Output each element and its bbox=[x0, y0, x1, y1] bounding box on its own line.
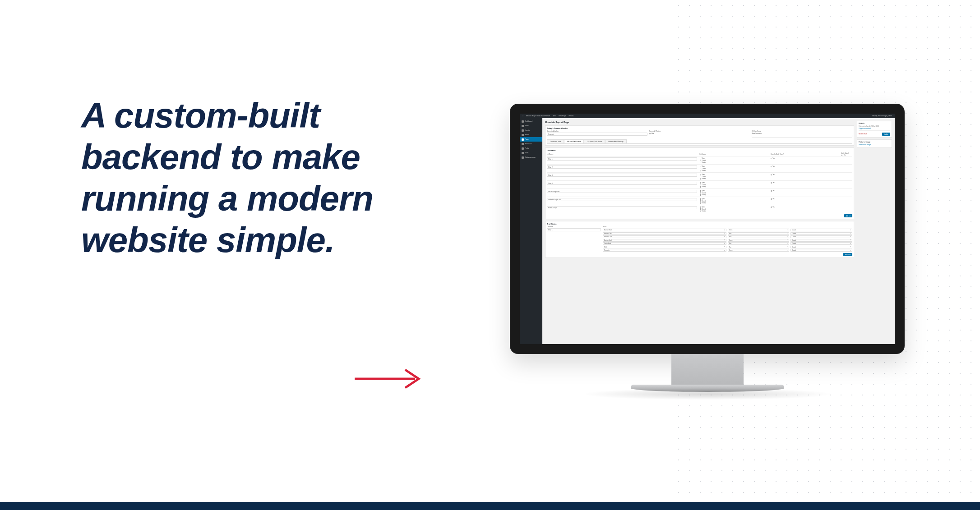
trail-diff-select[interactable]: Green bbox=[728, 249, 790, 252]
trail-row: Bomber BowlGreenClosed bbox=[603, 229, 852, 231]
lift-name-input[interactable]: Wee Peak Rope Tow bbox=[547, 198, 697, 201]
lift-name-input[interactable]: Chair 2 bbox=[547, 165, 697, 169]
status-radio[interactable]: Open bbox=[700, 182, 768, 184]
lift-name-input[interactable]: Chair 3 bbox=[547, 174, 697, 177]
trail-diff-select[interactable]: Blue bbox=[728, 232, 790, 235]
trash-link[interactable]: Move to Trash bbox=[859, 133, 867, 135]
status-radio[interactable]: Open bbox=[700, 165, 768, 167]
add-trail-button[interactable]: Add Trail bbox=[843, 253, 852, 256]
lift-title: Lift Status bbox=[547, 149, 852, 152]
trail-name-select[interactable]: Bomber Chute bbox=[603, 235, 726, 238]
trail-status-select[interactable]: Closed bbox=[790, 235, 852, 238]
admin-bar-events[interactable]: Events bbox=[569, 115, 574, 117]
book-radio[interactable]: Yes bbox=[771, 165, 852, 167]
admin-bar-new[interactable]: New bbox=[553, 115, 556, 117]
status-radio[interactable]: Closed bbox=[700, 160, 768, 161]
status-radio[interactable]: Standby bbox=[700, 178, 768, 179]
trail-status-select[interactable]: Closed bbox=[790, 249, 852, 252]
tab-conditions-table[interactable]: Conditions Table bbox=[547, 139, 564, 143]
trail-status-select[interactable]: Closed bbox=[790, 239, 852, 242]
copy-draft-link[interactable]: Copy to a new draft bbox=[859, 128, 890, 129]
book-radio[interactable]: Yes bbox=[771, 206, 852, 208]
trail-name-select[interactable]: Castle Peak bbox=[603, 242, 726, 245]
status-radio[interactable]: Open bbox=[700, 190, 768, 192]
radio-label: Standby bbox=[702, 170, 706, 171]
lift-name-input[interactable]: Ski Lift/Village Tow bbox=[547, 190, 697, 193]
sidebar-item-posts[interactable]: Posts bbox=[520, 124, 542, 128]
trail-diff-select[interactable]: Green bbox=[728, 229, 790, 231]
status-radio[interactable]: Standby bbox=[700, 194, 768, 196]
radio-label: Closed bbox=[702, 192, 706, 194]
base-input[interactable] bbox=[752, 135, 852, 138]
status-radio[interactable]: Standby bbox=[700, 186, 768, 188]
trail-name-select[interactable]: Bomber Cliffs bbox=[603, 232, 726, 235]
radio-label: Open bbox=[702, 165, 705, 167]
trail-diff-select[interactable]: Green bbox=[728, 239, 790, 242]
status-radio[interactable]: Open bbox=[700, 198, 768, 200]
status-radio[interactable]: Open bbox=[700, 157, 768, 159]
site-title[interactable]: Mission Ridge Ski & Board Resort bbox=[526, 115, 550, 117]
tab-website-alert-message[interactable]: Website Alert Message bbox=[605, 139, 627, 143]
trail-lift-input[interactable]: Chair 1 bbox=[547, 228, 601, 231]
status-radio[interactable]: Standby bbox=[700, 170, 768, 171]
set-featured-link[interactable]: Set featured image bbox=[859, 144, 890, 146]
status-radio[interactable]: Standby bbox=[700, 202, 768, 204]
sidebar-item-events[interactable]: Events bbox=[520, 128, 542, 133]
trail-status-select[interactable]: Closed bbox=[790, 229, 852, 231]
status-radio[interactable]: Standby bbox=[700, 161, 768, 163]
radio-icon bbox=[700, 160, 701, 161]
menu-label: Snowcast bbox=[525, 143, 532, 145]
lift-name-input[interactable]: Kiddies Carpet bbox=[547, 206, 697, 209]
status-radio[interactable]: Closed bbox=[700, 208, 768, 210]
tab-cpi-feed/parks-status[interactable]: CPI Feed/Parks Status bbox=[584, 139, 606, 143]
night-yes[interactable]: Yes bbox=[844, 154, 846, 156]
book-radio[interactable]: Yes bbox=[771, 157, 852, 159]
trail-name-select[interactable]: Chak bbox=[603, 246, 726, 248]
radio-icon[interactable] bbox=[841, 155, 842, 156]
status-radio[interactable]: Open bbox=[700, 206, 768, 208]
admin-bar-view[interactable]: View Page bbox=[559, 115, 566, 117]
status-radio[interactable]: Closed bbox=[700, 168, 768, 170]
lift-name-input[interactable]: Chair 1 bbox=[547, 157, 697, 161]
trail-status-select[interactable]: Closed bbox=[790, 242, 852, 245]
trail-name-select[interactable]: Tumwater bbox=[603, 249, 726, 252]
admin-bar-user[interactable]: Howdy, missionridge_admin bbox=[872, 115, 892, 117]
featured-title: Featured Image bbox=[859, 141, 890, 143]
yes-option[interactable]: Yes bbox=[652, 133, 654, 134]
trail-diff-select[interactable]: Blue bbox=[728, 235, 790, 238]
trail-status-select[interactable]: Closed bbox=[790, 246, 852, 248]
sidebar-item-dashboard[interactable]: Dashboard bbox=[520, 119, 542, 124]
update-button[interactable]: Update bbox=[882, 133, 890, 136]
sidebar-item-collapse-menu[interactable]: Collapse menu bbox=[520, 155, 542, 160]
sidebar-item-snowcast[interactable]: Snowcast bbox=[520, 142, 542, 146]
book-radio[interactable]: Yes bbox=[771, 190, 852, 192]
status-radio[interactable]: Standby bbox=[700, 210, 768, 212]
tab-lift-and-trail-status[interactable]: Lift and Trail Status bbox=[564, 139, 584, 143]
sidebar-item-media[interactable]: Media bbox=[520, 133, 542, 137]
radio-icon[interactable] bbox=[649, 133, 651, 134]
status-radio[interactable]: Closed bbox=[700, 192, 768, 194]
trail-name-select[interactable]: Bomber Bowl bbox=[603, 229, 726, 231]
status-radio[interactable]: Closed bbox=[700, 176, 768, 178]
trail-status-select[interactable]: Closed bbox=[790, 232, 852, 235]
radio-label: Standby bbox=[702, 161, 706, 163]
sidebar-item-pages[interactable]: Pages bbox=[520, 137, 542, 142]
sidebar-item-tools[interactable]: Tools bbox=[520, 151, 542, 155]
sidebar-item-profile[interactable]: Profile bbox=[520, 146, 542, 151]
trail-row: Bomber CliffsBlueClosed bbox=[603, 232, 852, 235]
lift-status-panel: Lift Status Night Skiing? Yes Lift Names… bbox=[545, 147, 854, 219]
trail-name-select[interactable]: Bomber Bowl bbox=[603, 239, 726, 242]
admin-bar[interactable]: ⌂ Mission Ridge Ski & Board Resort New V… bbox=[520, 114, 895, 118]
lift-name-input[interactable]: Chair 4 bbox=[547, 182, 697, 185]
menu-label: Media bbox=[525, 134, 529, 136]
book-radio[interactable]: Yes bbox=[771, 174, 852, 175]
weather-input[interactable]: Overcast bbox=[547, 133, 647, 136]
status-radio[interactable]: Closed bbox=[700, 184, 768, 186]
book-radio[interactable]: Yes bbox=[771, 182, 852, 184]
trail-diff-select[interactable]: Blue bbox=[728, 242, 790, 245]
trail-diff-select[interactable]: Blue bbox=[728, 246, 790, 248]
status-radio[interactable]: Open bbox=[700, 174, 768, 175]
book-radio[interactable]: Yes bbox=[771, 198, 852, 200]
add-lift-button[interactable]: Add Lift bbox=[844, 214, 852, 217]
status-radio[interactable]: Closed bbox=[700, 200, 768, 202]
